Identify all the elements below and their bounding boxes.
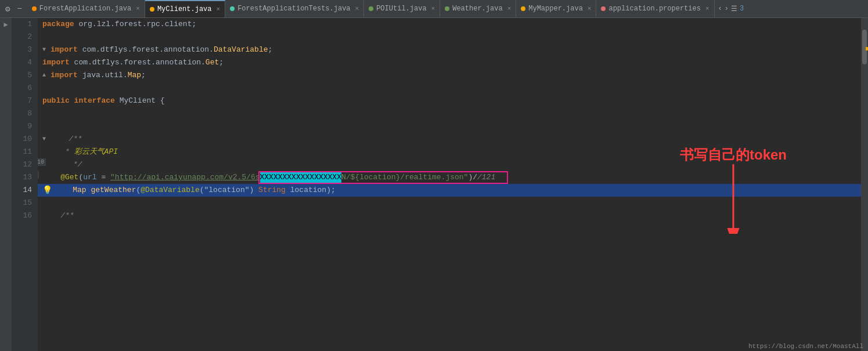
code-token: com.dtflys.forest.annotation.: [82, 44, 214, 56]
code-token: N/${location}/realtime.json": [341, 171, 468, 184]
tab-close-forest-tests[interactable]: ×: [355, 5, 359, 12]
code-token: ;: [219, 56, 224, 69]
code-line[interactable]: [38, 120, 861, 133]
csdn-url[interactable]: https://blog.csdn.net/MoastAll: [748, 343, 863, 350]
tab-myclient[interactable]: MyClient.java×: [145, 0, 225, 18]
fold-arrow-icon[interactable]: ▼: [42, 133, 49, 146]
tab-close-app-props[interactable]: ×: [705, 5, 709, 12]
code-line[interactable]: [38, 107, 861, 120]
code-line[interactable]: ▼ import com.dtflys.forest.annotation.Da…: [38, 44, 861, 56]
right-scrollbar[interactable]: [861, 18, 868, 351]
tab-overflow-controls[interactable]: ‹›☰3: [715, 5, 748, 13]
line-number: 14: [12, 184, 38, 197]
code-token: /**: [60, 209, 74, 222]
code-token: package: [42, 18, 78, 31]
code-token: interface: [74, 95, 120, 107]
code-line[interactable]: /**: [38, 209, 861, 222]
tab-list-icon[interactable]: ☰: [731, 5, 737, 13]
code-token: getWeather: [91, 184, 136, 197]
code-token: *: [42, 146, 74, 158]
bottom-url-bar: https://blog.csdn.net/MoastAll: [744, 342, 868, 351]
tab-mymapper[interactable]: MyMapper.java×: [516, 0, 596, 18]
line-number: 10: [12, 133, 38, 146]
tab-close-poiutil[interactable]: ×: [431, 5, 435, 12]
line-number: 5: [12, 69, 38, 82]
code-line[interactable]: * 彩云天气API: [38, 146, 861, 158]
code-token: (: [78, 171, 83, 184]
tab-label-mymapper: MyMapper.java: [528, 5, 583, 13]
code-line[interactable]: 💡 Map getWeather(@DataVariable("location…: [38, 184, 861, 197]
code-line[interactable]: package org.lzl.forest.rpc.client;: [38, 18, 861, 31]
tab-dot-app-props: [601, 6, 606, 11]
code-line[interactable]: ▼ /**: [38, 133, 861, 146]
tab-close-myclient[interactable]: ×: [217, 6, 221, 13]
tab-close-forest-app[interactable]: ×: [136, 5, 140, 12]
code-lines: package org.lzl.forest.rpc.client;▼ impo…: [38, 18, 861, 222]
code-token: [51, 133, 69, 146]
code-token: [42, 171, 60, 184]
code-token: org.lzl.forest.rpc.client;: [78, 18, 196, 31]
settings-icon[interactable]: ⚙: [2, 3, 13, 15]
sidebar-toggle-icon[interactable]: ▶: [3, 20, 8, 29]
code-line[interactable]: public interface MyClient {: [38, 95, 861, 107]
code-line[interactable]: [38, 197, 861, 209]
code-line[interactable]: [38, 82, 861, 95]
tab-close-mymapper[interactable]: ×: [588, 5, 592, 12]
tab-dot-forest-app: [32, 6, 37, 11]
line-number: 16: [12, 209, 38, 222]
line-number: 1: [12, 18, 38, 31]
fold-arrow-icon[interactable]: ▲: [42, 69, 49, 82]
tab-label-app-props: application.properties: [608, 5, 700, 13]
tab-app-props[interactable]: application.properties×: [596, 0, 714, 18]
code-line[interactable]: import com.dtflys.forest.annotation.Get;: [38, 56, 861, 69]
code-line[interactable]: ▲ import java.util.Map;: [38, 69, 861, 82]
tab-poiutil[interactable]: POIUtil.java×: [364, 0, 440, 18]
line-number: 2: [12, 31, 38, 44]
tab-dot-forest-tests: [230, 6, 235, 11]
code-token: import: [51, 69, 82, 82]
line-number: 9: [12, 120, 38, 133]
code-token: {: [160, 95, 165, 107]
tab-bar: ⚙ − ForestApplication.java×MyClient.java…: [0, 0, 868, 18]
line-number: 4: [12, 56, 38, 69]
code-token: java.util.: [82, 69, 128, 82]
tab-label-forest-tests: ForestApplicationTests.java: [237, 5, 350, 13]
code-token: public: [42, 95, 74, 107]
code-token: /121: [477, 171, 495, 184]
code-token: Get: [206, 56, 219, 69]
code-line[interactable]: ▲ */: [38, 158, 861, 171]
line-number: 3: [12, 44, 38, 56]
code-token: "http://api.caiyunapp.com/v2.5/6s: [110, 171, 260, 184]
minimize-icon[interactable]: −: [14, 3, 24, 15]
code-token: XXXXXXXXXXXXXXXXXX: [260, 171, 341, 184]
window-controls[interactable]: ⚙ −: [2, 3, 25, 15]
tab-prev-icon[interactable]: ‹: [718, 5, 722, 13]
code-token: @Get: [60, 171, 78, 184]
code-line[interactable]: [38, 31, 861, 44]
tab-forest-app[interactable]: ForestApplication.java×: [27, 0, 145, 18]
editor-container: ▶ 12345678910111213141516 package org.lz…: [0, 18, 868, 351]
lightbulb-icon[interactable]: 💡: [42, 184, 52, 197]
code-token: (: [136, 184, 141, 197]
tab-weather[interactable]: Weather.java×: [440, 0, 516, 18]
code-token: 彩云天气API: [74, 146, 118, 158]
code-token: ;: [141, 69, 146, 82]
tab-close-weather[interactable]: ×: [507, 5, 512, 12]
left-sidebar: ▶: [0, 18, 12, 351]
code-token: String: [258, 184, 286, 197]
line-number: 11: [12, 146, 38, 158]
code-token: ("location"): [200, 184, 258, 197]
code-area[interactable]: package org.lzl.forest.rpc.client;▼ impo…: [38, 18, 861, 351]
editor-main: package org.lzl.forest.rpc.client;▼ impo…: [38, 18, 868, 351]
code-token: [55, 184, 73, 197]
tab-next-icon[interactable]: ›: [725, 5, 729, 13]
tab-label-weather: Weather.java: [452, 5, 502, 13]
date-annotation-2: 2020-06-: [38, 171, 39, 179]
tab-forest-tests[interactable]: ForestApplicationTests.java×: [225, 0, 364, 18]
fold-arrow-icon[interactable]: ▼: [42, 44, 49, 56]
tab-dot-mymapper: [521, 6, 525, 11]
code-token: ;: [268, 44, 273, 56]
date-annotation-1: 2020-06-10: [38, 158, 46, 166]
code-line[interactable]: @Get(url = "http://api.caiyunapp.com/v2.…: [38, 171, 861, 184]
code-token: /**: [69, 133, 82, 146]
